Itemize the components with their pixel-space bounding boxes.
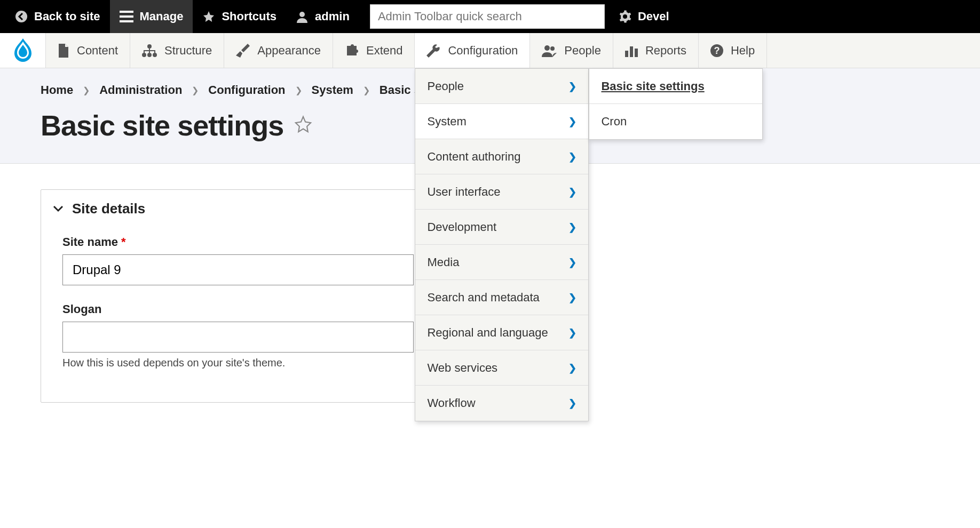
shortcuts-button[interactable]: Shortcuts	[193, 0, 286, 33]
system-dropdown: Basic site settings Cron	[589, 68, 763, 140]
devel-button[interactable]: Devel	[609, 0, 679, 33]
toolbar-search-wrap	[366, 0, 609, 33]
dropdown-system[interactable]: System❯	[415, 104, 588, 139]
nav-extend[interactable]: Extend	[333, 33, 415, 68]
site-name-label: Site name *	[62, 235, 414, 249]
site-details-body: Site name * Slogan How this is used depe…	[41, 228, 435, 402]
toolbar-admin: Content Structure Appearance Extend Conf…	[0, 33, 980, 68]
chevron-right-icon: ❯	[568, 221, 576, 233]
document-icon	[58, 44, 69, 58]
nav-configuration-label: Configuration	[448, 44, 518, 58]
svg-rect-3	[120, 20, 133, 22]
dropdown-content-authoring[interactable]: Content authoring❯	[415, 139, 588, 174]
nav-content-label: Content	[77, 44, 118, 58]
nav-configuration[interactable]: Configuration People❯ System❯ Content au…	[415, 33, 530, 68]
slogan-field-wrap: Slogan How this is used depends on your …	[62, 302, 414, 369]
slogan-input[interactable]	[62, 322, 414, 353]
breadcrumb-separator: ❯	[83, 85, 90, 95]
required-indicator: *	[121, 235, 126, 249]
svg-point-8	[153, 53, 157, 57]
dropdown-basic-site-settings[interactable]: Basic site settings	[589, 69, 762, 104]
chevron-right-icon: ❯	[568, 397, 576, 409]
dropdown-cron[interactable]: Cron	[589, 104, 762, 139]
admin-user-button[interactable]: admin	[286, 0, 359, 33]
site-name-input[interactable]	[62, 254, 414, 285]
dropdown-user-interface[interactable]: User interface❯	[415, 174, 588, 210]
drupal-logo[interactable]	[0, 33, 46, 68]
manage-label: Manage	[140, 10, 184, 23]
nav-people-label: People	[564, 44, 601, 58]
chevron-down-icon	[53, 205, 64, 213]
back-to-site-button[interactable]: Back to site	[5, 0, 110, 33]
dropdown-development[interactable]: Development❯	[415, 210, 588, 245]
nav-appearance[interactable]: Appearance	[224, 33, 333, 68]
nav-help-label: Help	[731, 44, 755, 58]
back-to-site-label: Back to site	[34, 10, 100, 23]
people-icon	[542, 44, 557, 57]
breadcrumb-separator: ❯	[363, 85, 370, 95]
puzzle-icon	[345, 44, 359, 58]
nav-reports[interactable]: Reports	[613, 33, 699, 68]
page-title: Basic site settings	[41, 109, 283, 142]
svg-point-9	[544, 45, 550, 51]
user-icon	[296, 10, 309, 23]
svg-rect-12	[630, 46, 633, 57]
chevron-right-icon: ❯	[568, 116, 576, 127]
star-icon	[202, 10, 215, 23]
nav-help[interactable]: ? Help	[699, 33, 767, 68]
manage-button[interactable]: Manage	[110, 0, 193, 33]
nav-extend-label: Extend	[366, 44, 403, 58]
svg-point-5	[147, 44, 152, 49]
slogan-label: Slogan	[62, 302, 414, 316]
svg-rect-13	[635, 49, 638, 57]
site-details-title: Site details	[72, 201, 145, 217]
nav-structure-label: Structure	[164, 44, 212, 58]
favorite-star-icon[interactable]	[294, 115, 312, 135]
svg-rect-1	[120, 11, 133, 13]
nav-people[interactable]: People	[530, 33, 613, 68]
dropdown-web-services[interactable]: Web services❯	[415, 350, 588, 386]
configuration-dropdown: People❯ System❯ Content authoring❯ User …	[415, 68, 589, 421]
toolbar-top: Back to site Manage Shortcuts admin Deve…	[0, 0, 980, 33]
dropdown-regional-language[interactable]: Regional and language❯	[415, 315, 588, 350]
shortcuts-label: Shortcuts	[222, 10, 276, 23]
dropdown-people[interactable]: People❯	[415, 69, 588, 104]
site-details-toggle[interactable]: Site details	[41, 190, 435, 228]
slogan-description: How this is used depends on your site's …	[62, 357, 414, 369]
svg-point-10	[550, 46, 555, 51]
hamburger-icon	[120, 11, 133, 22]
breadcrumb-administration[interactable]: Administration	[99, 83, 182, 97]
breadcrumb-home[interactable]: Home	[41, 83, 73, 97]
nav-reports-label: Reports	[645, 44, 686, 58]
nav-appearance-label: Appearance	[257, 44, 321, 58]
toolbar-search-input[interactable]	[370, 4, 605, 29]
chevron-right-icon: ❯	[568, 257, 576, 268]
svg-point-0	[15, 11, 27, 22]
breadcrumb-system[interactable]: System	[312, 83, 353, 97]
chevron-right-icon: ❯	[568, 292, 576, 303]
site-name-field-wrap: Site name *	[62, 235, 414, 285]
breadcrumb-separator: ❯	[295, 85, 302, 95]
breadcrumb-configuration[interactable]: Configuration	[208, 83, 285, 97]
dropdown-workflow[interactable]: Workflow❯	[415, 386, 588, 421]
devel-label: Devel	[638, 10, 669, 23]
breadcrumb-separator: ❯	[192, 85, 199, 95]
chevron-right-icon: ❯	[568, 327, 576, 339]
svg-rect-2	[120, 15, 133, 18]
dropdown-search-metadata[interactable]: Search and metadata❯	[415, 280, 588, 315]
gear-icon	[619, 10, 631, 23]
site-details-box: Site details Site name * Slogan How this…	[41, 189, 436, 403]
chevron-right-icon: ❯	[568, 362, 576, 374]
bar-chart-icon	[625, 44, 638, 57]
arrow-left-circle-icon	[15, 10, 28, 23]
nav-structure[interactable]: Structure	[130, 33, 224, 68]
svg-text:?: ?	[714, 45, 720, 56]
chevron-right-icon: ❯	[568, 81, 576, 92]
paintbrush-icon	[236, 44, 250, 58]
chevron-right-icon: ❯	[568, 151, 576, 163]
svg-point-4	[299, 12, 305, 17]
help-icon: ?	[710, 44, 723, 57]
svg-rect-11	[625, 51, 628, 57]
dropdown-media[interactable]: Media❯	[415, 245, 588, 280]
nav-content[interactable]: Content	[46, 33, 130, 68]
